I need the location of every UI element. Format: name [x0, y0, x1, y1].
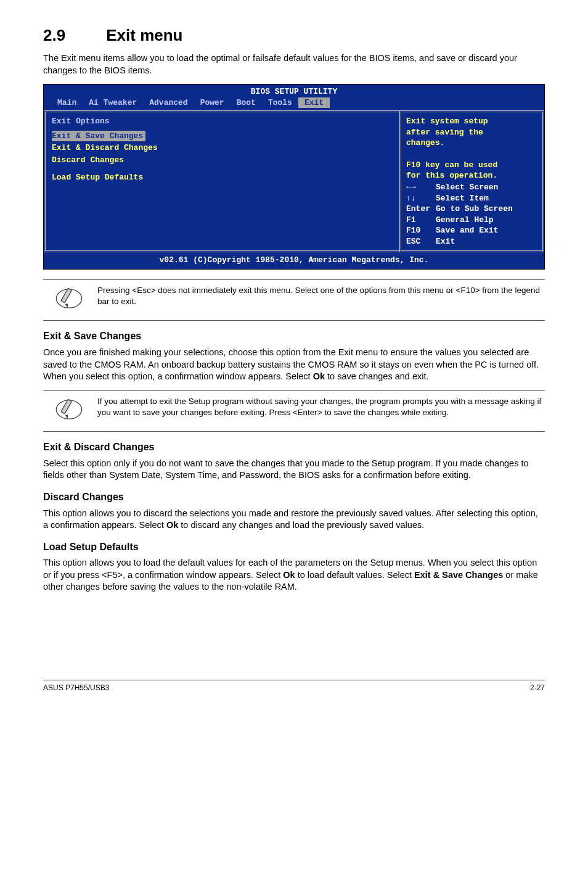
pencil-note-icon	[55, 285, 83, 316]
paragraph-load-defaults: This option allows you to load the defau…	[43, 557, 545, 593]
svg-marker-2	[64, 302, 70, 307]
bios-help-line: F10 key can be used	[406, 160, 537, 171]
svg-marker-5	[64, 413, 70, 418]
bios-key: ←→	[406, 182, 436, 193]
bios-menu-exit: Exit	[298, 97, 330, 109]
bios-key: Enter	[406, 204, 436, 215]
footer-left: ASUS P7H55/USB3	[43, 683, 109, 693]
note-box: If you attempt to exit the Setup program…	[43, 390, 545, 432]
bios-help-line: after saving the	[406, 127, 537, 138]
bios-help-line: for this operation.	[406, 170, 537, 181]
bios-option-exit-save: Exit & Save Changes	[52, 131, 145, 142]
bios-help-line: Exit system setup	[406, 116, 537, 127]
bios-option-load-defaults: Load Setup Defaults	[52, 172, 393, 183]
paragraph-discard: This option allows you to discard the se…	[43, 508, 545, 532]
subheading-discard: Discard Changes	[43, 490, 545, 504]
bios-help-text: Exit system setup after saving the chang…	[406, 116, 537, 181]
note-box: Pressing <Esc> does not immediately exit…	[43, 279, 545, 321]
bios-key-label: Exit	[436, 237, 455, 246]
subheading-exit-save: Exit & Save Changes	[43, 329, 545, 343]
bios-key: ↑↓	[406, 193, 436, 204]
bios-title: BIOS SETUP UTILITY	[50, 86, 538, 97]
bios-menu-main: Main	[51, 97, 83, 109]
subheading-load-defaults: Load Setup Defaults	[43, 540, 545, 554]
page-footer: ASUS P7H55/USB3 2-27	[43, 680, 545, 693]
bios-screenshot: BIOS SETUP UTILITY Main Ai Tweaker Advan…	[43, 84, 545, 270]
bios-menu-power: Power	[194, 97, 231, 109]
subheading-exit-discard: Exit & Discard Changes	[43, 440, 545, 454]
text-span: to discard any changes and load the prev…	[178, 520, 424, 530]
bios-key: F1	[406, 215, 436, 226]
bios-right-panel: Exit system setup after saving the chang…	[399, 110, 544, 252]
bios-help-line: changes.	[406, 138, 537, 149]
bios-option-discard: Discard Changes	[52, 155, 393, 166]
bios-left-panel: Exit Options Exit & Save Changes Exit & …	[44, 110, 399, 252]
text-span: Once you are finished making your select…	[43, 347, 539, 381]
bios-options-title: Exit Options	[52, 116, 393, 127]
pencil-note-icon	[55, 396, 83, 427]
bios-menu-tools: Tools	[262, 97, 298, 109]
bios-menu-ai-tweaker: Ai Tweaker	[83, 97, 143, 109]
footer-right: 2-27	[530, 683, 545, 693]
note-text: Pressing <Esc> does not immediately exit…	[97, 285, 545, 307]
note-text: If you attempt to exit the Setup program…	[97, 396, 545, 418]
text-span: to load default values. Select	[295, 570, 414, 580]
bold-ok: Ok	[283, 570, 295, 580]
heading-title: Exit menu	[106, 26, 182, 44]
bold-ok: Ok	[166, 520, 178, 530]
bios-footer: v02.61 (C)Copyright 1985-2010, American …	[44, 252, 544, 269]
bold-exit-save: Exit & Save Changes	[414, 570, 503, 580]
paragraph-exit-discard: Select this option only if you do not wa…	[43, 458, 545, 482]
bios-key: ESC	[406, 236, 436, 247]
bios-menu-advanced: Advanced	[143, 97, 194, 109]
heading-number: 2.9	[43, 25, 102, 46]
bios-menubar: Main Ai Tweaker Advanced Power Boot Tool…	[50, 97, 538, 111]
bios-option-exit-discard: Exit & Discard Changes	[52, 142, 393, 154]
bios-key-label: Go to Sub Screen	[436, 204, 513, 213]
page-heading: 2.9 Exit menu	[43, 25, 545, 46]
bios-menu-boot: Boot	[231, 97, 262, 109]
bios-key-label: Select Screen	[436, 183, 498, 192]
intro-paragraph: The Exit menu items allow you to load th…	[43, 52, 545, 76]
bios-key-legend: ←→Select Screen ↑↓Select Item EnterGo to…	[406, 182, 537, 247]
bios-key-label: General Help	[436, 215, 494, 225]
paragraph-exit-save: Once you are finished making your select…	[43, 347, 545, 383]
bios-key-label: Select Item	[436, 194, 489, 203]
bios-key-label: Save and Exit	[436, 226, 498, 235]
bios-key: F10	[406, 225, 436, 236]
